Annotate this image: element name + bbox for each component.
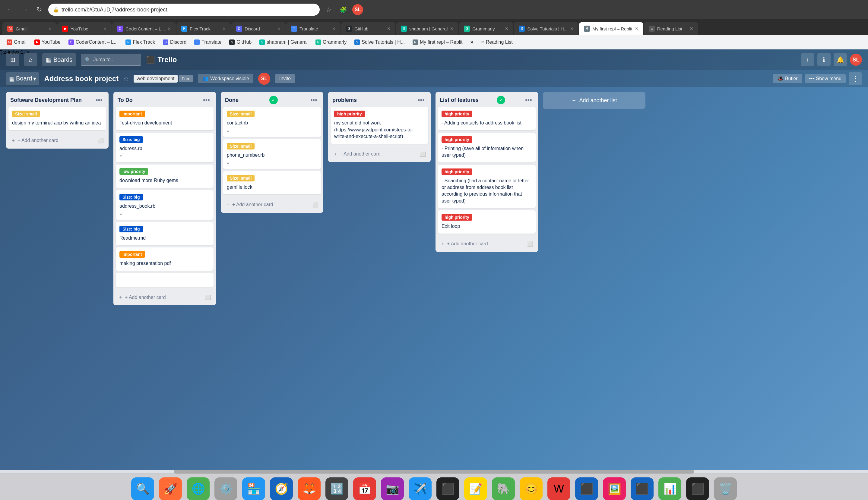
board-avatar[interactable]: SL [258,73,270,85]
dock-item-notes[interactable]: 📝 [464,477,487,500]
plus-button[interactable]: ＋ [801,53,814,66]
tab-translate[interactable]: T Translate ✕ [286,22,341,35]
tab-readinglist[interactable]: ≡ Reading List ✕ [644,22,698,35]
dock-item-smiley[interactable]: 😊 [520,477,543,500]
dock-item-calendar[interactable]: 📅 [353,477,376,500]
tab-youtube[interactable]: ▶ YouTube ✕ [57,22,112,35]
bookmark-translate[interactable]: T Translate [191,38,224,46]
add-list-button[interactable]: ＋Add another list [543,92,645,109]
scroll-thumb[interactable] [174,470,694,474]
user-avatar[interactable]: SL [352,4,363,15]
tab-close-github[interactable]: ✕ [387,26,391,31]
invite-button[interactable]: Invite [275,74,295,83]
home-button[interactable]: ⌂ [24,53,37,66]
refresh-button[interactable]: ↻ [34,4,45,15]
tab-close-replit[interactable]: ✕ [635,26,638,31]
bookmark-github[interactable]: G GitHub [226,38,255,46]
dock-item-telegram[interactable]: ✈️ [409,477,432,500]
dock-item-terminal[interactable]: ⬛ [436,477,459,500]
card-card7[interactable]: Important making presentation pdf [116,248,213,270]
tab-close-youtube[interactable]: ✕ [103,26,107,31]
card-card12[interactable]: high priority my script did not work (ht… [331,107,428,144]
bookmark-discord[interactable]: D Discord [160,38,189,46]
list-menu-button-todo[interactable]: ••• [201,95,212,105]
bookmark-readinglist[interactable]: ≡Reading List [478,38,515,46]
bookmark-flextrack[interactable]: F Flex Track [122,38,158,46]
extensions-button[interactable]: 🧩 [338,4,349,15]
tab-close-translate[interactable]: ✕ [332,26,336,31]
tab-close-discord[interactable]: ✕ [277,26,281,31]
bookmark-gmail[interactable]: M Gmail [4,38,30,46]
tab-github[interactable]: G GitHub ✕ [341,22,396,35]
tab-codercontent[interactable]: C CoderContent – L... ✕ [112,22,176,35]
board-view-button[interactable]: ▦ Board ▾ [6,72,39,85]
dock-item-launchpad[interactable]: 🚀 [159,477,182,500]
forward-button[interactable]: → [19,4,30,15]
workspace-visible-button[interactable]: 👥 Workspace visible [198,74,253,83]
card-card6[interactable]: Size: big Readme.md [116,222,213,245]
card-card16[interactable]: high priority Exit loop [438,211,536,233]
bookmark-solve[interactable]: S Solve Tutorials | H... [352,38,408,46]
dock-item-chrome[interactable]: 🌐 [187,477,210,500]
card-card11[interactable]: Size: small gemfile.lock [223,171,321,194]
tab-close-solve[interactable]: ✕ [570,26,574,31]
user-avatar-trello[interactable]: SL [850,54,862,66]
dock-item-settings[interactable]: ⚙️ [214,477,237,500]
dock-item-finder[interactable]: 🔍 [131,477,154,500]
card-card2[interactable]: Important Test-driven development [116,107,213,130]
card-card1[interactable]: Size: small design my terminal app by wr… [9,107,106,130]
dock-item-wps[interactable]: W [547,477,570,500]
add-card-button-todo[interactable]: ＋ + Add another card ⬜ [116,292,213,303]
notifications-button[interactable]: 🔔 [834,53,847,66]
dock-item-calculator[interactable]: 🔢 [325,477,348,500]
collapse-button[interactable]: ⋮ [849,72,862,85]
tab-close-gmail[interactable]: ✕ [48,26,52,31]
tab-close-grammarly[interactable]: ✕ [505,26,509,31]
tab-shabnam[interactable]: S shabnam | General ✕ [396,22,458,35]
tab-replit[interactable]: R My first repl – Replit ✕ [579,22,643,35]
card-card14[interactable]: high priority - Printing (save all of in… [438,133,536,162]
list-menu-button-problems[interactable]: ••• [416,95,426,105]
list-menu-button-list-of-features[interactable]: ••• [523,95,534,105]
dock-item-photos[interactable]: 📷 [381,477,404,500]
card-card8[interactable]: . [116,273,213,287]
tab-solve[interactable]: S Solve Tutorials | H... ✕ [514,22,578,35]
bookmark-codercontent[interactable]: C CoderContent – L... [65,38,121,46]
dock-item-excel[interactable]: 📊 [658,477,681,500]
butler-button[interactable]: 🎩 Butler [773,74,802,83]
add-card-button-done[interactable]: ＋ + Add another card ⬜ [223,199,321,211]
address-bar[interactable]: 🔒 trello.com/b/GtuAuDj7/address-book-pro… [48,4,320,16]
card-card3[interactable]: Size: big address.rb ≡ [116,133,213,162]
tab-close-shabnam[interactable]: ✕ [450,26,454,31]
search-box[interactable]: 🔍 Jump to... [81,54,141,66]
bookmark-grammarly[interactable]: G Grammarly [312,38,349,46]
info-button[interactable]: ℹ [817,53,831,66]
tab-grammarly[interactable]: G Grammarly ✕ [459,22,513,35]
dock-item-trash[interactable]: 🗑️ [714,477,737,500]
star-board-button[interactable]: ☆ [123,75,129,82]
card-card15[interactable]: high priority - Searching (find a contac… [438,165,536,208]
add-card-button-problems[interactable]: ＋ + Add another card ⬜ [331,149,428,160]
dock-item-safari[interactable]: 🧭 [270,477,293,500]
star-button[interactable]: ☆ [323,4,334,15]
dock-item-preview[interactable]: 🖼️ [603,477,626,500]
tab-close-flextrack[interactable]: ✕ [222,26,226,31]
add-card-button-software-dev[interactable]: ＋ + Add another card ⬜ [9,135,106,146]
tab-close-codercontent[interactable]: ✕ [167,26,171,31]
card-card13[interactable]: high priority - Adding contacts to addre… [438,107,536,130]
tab-discord[interactable]: D Discord ✕ [231,22,286,35]
bookmark-youtube[interactable]: ▶ YouTube [31,38,64,46]
tab-flextrack[interactable]: F Flex Track ✕ [176,22,231,35]
card-card4[interactable]: low priority download more Ruby gems [116,164,213,188]
tab-close-readinglist[interactable]: ✕ [690,26,693,31]
card-card10[interactable]: Size: small phone_number.rb ≡ [223,139,321,169]
dock-item-appstore[interactable]: 🏪 [242,477,265,500]
dock-item-vscode2[interactable]: ⬛ [631,477,654,500]
boards-button[interactable]: ▦ Boards [42,53,76,66]
back-button[interactable]: ← [5,4,16,15]
grid-menu-button[interactable]: ⊞ [6,53,19,66]
bookmark-replit[interactable]: R My first repl – Replit [410,38,465,46]
card-card5[interactable]: Size: big address_book.rb ≡ [116,190,213,220]
show-menu-button[interactable]: ••• Show menu [805,74,846,83]
add-card-button-list-of-features[interactable]: ＋ + Add another card ⬜ [438,238,536,250]
